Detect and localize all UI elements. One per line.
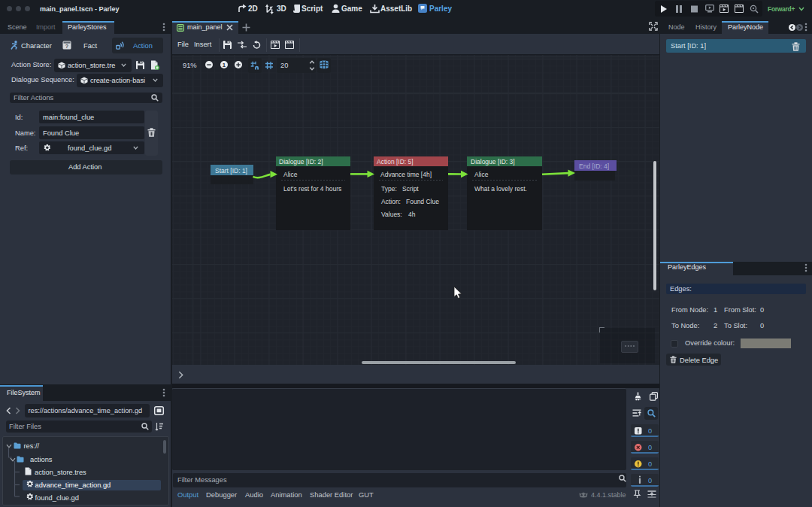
svg-text:?: ? [65,44,68,49]
